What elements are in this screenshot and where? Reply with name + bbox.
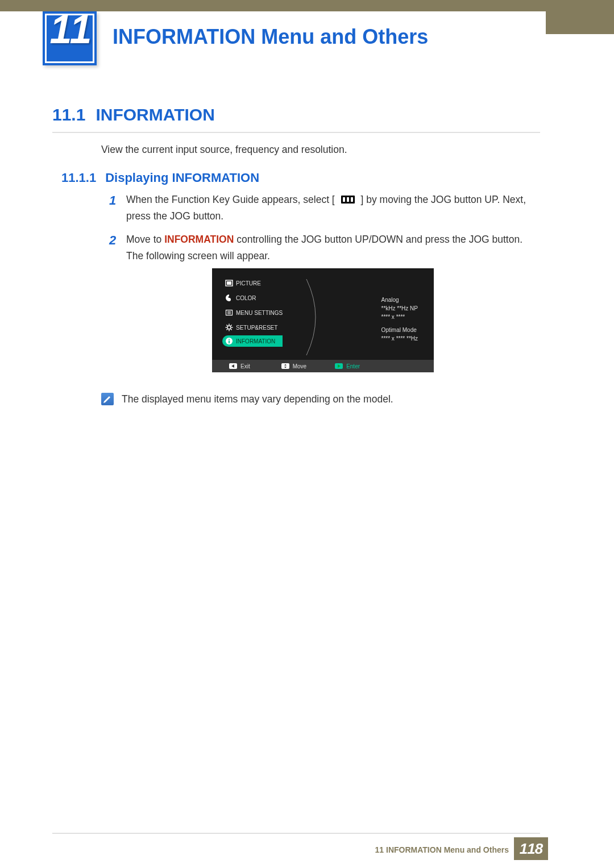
section-title: INFORMATION [96, 105, 214, 124]
osd-label: MENU SETTINGS [236, 310, 283, 316]
footer-divider [52, 833, 540, 834]
osd-move-label: Move [293, 363, 306, 369]
osd-info-line: Analog [381, 297, 418, 303]
divider [52, 132, 540, 133]
intro-text: View the current input source, frequency… [101, 144, 347, 156]
menu-icon [338, 194, 358, 205]
step-number: 1 [109, 190, 116, 211]
right-icon [335, 363, 343, 369]
svg-rect-1 [343, 197, 345, 202]
step-number: 2 [109, 230, 116, 251]
section-heading: 11.1INFORMATION [52, 105, 215, 124]
footer-text: 11 INFORMATION Menu and Others [375, 845, 509, 854]
picture-icon [222, 279, 236, 287]
page-number-box: 118 [514, 837, 548, 860]
left-icon [229, 363, 237, 369]
osd-item-setup-reset: SETUP&RESET [222, 321, 283, 334]
svg-rect-21 [229, 340, 230, 343]
osd-info-line: **** x **** **Hz [381, 335, 418, 342]
osd-item-picture: PICTURE [222, 276, 283, 290]
osd-item-color: COLOR [222, 291, 283, 305]
subsection-number: 11.1.1 [61, 171, 96, 185]
svg-point-20 [229, 339, 230, 340]
note-text: The displayed menu items may vary depend… [122, 393, 393, 405]
gear-icon [222, 323, 236, 331]
chapter-number: 11 [43, 7, 97, 52]
osd-label: COLOR [236, 295, 256, 301]
osd-exit-label: Exit [240, 363, 250, 369]
osd-item-information: INFORMATION [222, 335, 283, 347]
note-icon [101, 393, 114, 405]
osd-enter: Enter [335, 363, 360, 369]
osd-label: PICTURE [236, 280, 261, 286]
page-title: INFORMATION Menu and Others [113, 25, 428, 49]
osd-move: Move [281, 363, 306, 369]
osd-label: INFORMATION [236, 338, 275, 344]
osd-info-line: **kHz **Hz NP [381, 305, 418, 312]
svg-line-15 [226, 325, 227, 326]
menu-settings-icon [222, 309, 236, 317]
subsection-heading: 11.1.1Displaying INFORMATION [61, 171, 259, 185]
osd-item-menu-settings: MENU SETTINGS [222, 306, 283, 319]
svg-point-10 [227, 326, 231, 329]
svg-rect-2 [347, 197, 349, 202]
subsection-title: Displaying INFORMATION [105, 171, 259, 185]
svg-line-17 [231, 325, 232, 326]
svg-rect-3 [351, 197, 353, 202]
step-1-text-a: When the Function Key Guide appears, sel… [126, 194, 335, 205]
chapter-box: 11 [43, 11, 97, 65]
osd-bottom-bar: Exit Move Enter [212, 360, 434, 372]
osd-info-line: Optimal Mode [381, 327, 418, 333]
svg-rect-5 [227, 281, 231, 285]
steps-list: 1 When the Function Key Guide appears, s… [109, 192, 537, 271]
svg-line-16 [231, 329, 232, 330]
osd-exit: Exit [229, 363, 250, 369]
info-icon [222, 337, 236, 345]
osd-arc [305, 277, 328, 357]
osd-info-line: **** x **** [381, 314, 418, 320]
osd-info-panel: Analog **kHz **Hz NP **** x **** Optimal… [381, 297, 418, 344]
note-row: The displayed menu items may vary depend… [101, 393, 393, 405]
step-2: 2 Move to INFORMATION controlling the JO… [109, 231, 537, 264]
svg-line-18 [226, 329, 227, 330]
updown-icon [281, 363, 289, 369]
osd-menu-list: PICTURE COLOR MENU SETTINGS SETUP&RESET … [222, 276, 283, 348]
osd-screenshot: PICTURE COLOR MENU SETTINGS SETUP&RESET … [212, 268, 434, 372]
step-1: 1 When the Function Key Guide appears, s… [109, 192, 537, 225]
osd-enter-label: Enter [346, 363, 360, 369]
page-number: 118 [520, 840, 542, 858]
section-number: 11.1 [52, 105, 85, 124]
step-2-keyword: INFORMATION [164, 234, 234, 245]
color-icon [222, 294, 236, 302]
step-2-text-a: Move to [126, 234, 164, 245]
osd-label: SETUP&RESET [236, 325, 277, 331]
